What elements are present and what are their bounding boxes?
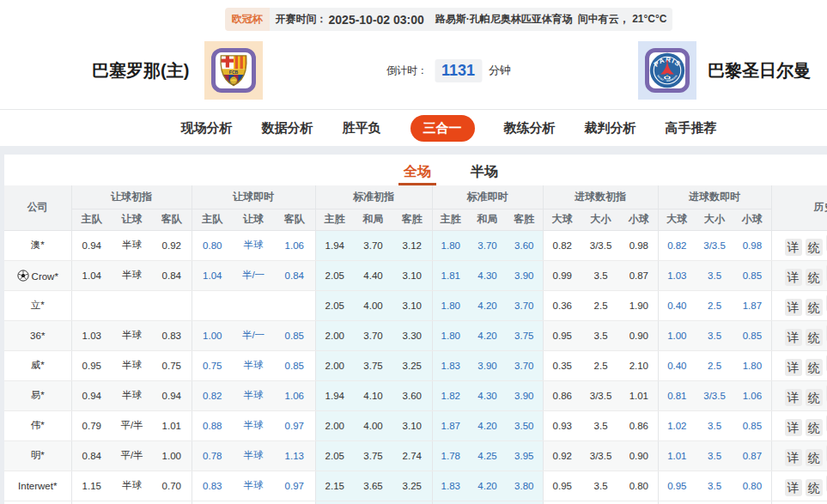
detail-button[interactable]: 详 — [785, 359, 802, 376]
odds-cell: 0.98 — [733, 230, 771, 260]
company-cell: Crow* — [4, 260, 71, 290]
company-name: Crow* — [32, 271, 58, 282]
odds-cell: 3.60 — [392, 380, 432, 410]
stats-button[interactable]: 统 — [806, 329, 823, 346]
odds-cell: 2.5 — [696, 290, 733, 320]
odds-cell: 3/3.5 — [581, 380, 620, 410]
nav-tab[interactable]: 数据分析 — [262, 120, 313, 137]
nav-tab[interactable]: 现场分析 — [181, 120, 233, 137]
odds-cell: 0.36 — [543, 290, 581, 320]
odds-cell: 0.95 — [71, 350, 112, 380]
col-header-company: 公司 — [4, 185, 71, 230]
detail-button[interactable]: 详 — [785, 239, 802, 256]
odds-cell: 3/3.5 — [696, 380, 733, 410]
odds-cell: 0.75 — [192, 350, 233, 380]
odds-cell: 2.05 — [315, 290, 354, 320]
company-name: 澳* — [31, 240, 45, 250]
odds-cell: 0.84 — [71, 440, 112, 471]
svg-text:FCB: FCB — [229, 70, 239, 75]
odds-cell: 0.80 — [733, 471, 771, 501]
odds-cell: 4.20 — [469, 320, 506, 350]
table-row-partial — [4, 501, 827, 504]
odds-cell: 3.30 — [392, 320, 432, 350]
sub-header: 主胜 — [432, 209, 469, 230]
group-header-europe-live: 标准即时 — [432, 185, 543, 209]
detail-button[interactable]: 详 — [785, 449, 802, 466]
odds-cell: 3.65 — [354, 471, 392, 501]
detail-button[interactable]: 详 — [785, 419, 802, 436]
sub-header: 大小 — [581, 209, 620, 230]
away-logo-frame: PARIS SAINT - GERMAIN — [645, 48, 690, 93]
odds-cell: 4.20 — [469, 410, 506, 440]
history-cell: 详统 — [771, 260, 827, 290]
history-cell: 详统 — [771, 230, 827, 260]
company-cell: 易* — [4, 380, 71, 410]
odds-cell: 4.30 — [469, 380, 506, 410]
venue: 路易斯·孔帕尼奥林匹亚体育场 — [435, 12, 573, 27]
nav-tab[interactable]: 高手推荐 — [666, 120, 717, 137]
odds-cell: 0.86 — [620, 410, 658, 440]
nav-tab[interactable]: 教练分析 — [504, 120, 556, 137]
stats-button[interactable]: 统 — [806, 479, 823, 496]
odds-cell: 0.92 — [152, 230, 192, 260]
nav-tab[interactable]: 三合一 — [410, 115, 475, 142]
odds-cell: 1.80 — [432, 290, 469, 320]
odds-cell: 1.01 — [658, 440, 696, 471]
odds-cell: 半球 — [112, 380, 152, 410]
history-cell: 详统 — [771, 471, 827, 501]
odds-cell: 3/3.5 — [581, 230, 620, 260]
odds-cell: 半球 — [233, 350, 274, 380]
nav-tab[interactable]: 裁判分析 — [585, 120, 636, 137]
odds-cell: 2.00 — [315, 410, 354, 440]
stats-button[interactable]: 统 — [806, 299, 823, 316]
detail-button[interactable]: 详 — [785, 389, 802, 406]
odds-cell: 0.94 — [152, 380, 192, 410]
stats-button[interactable]: 统 — [806, 389, 823, 406]
odds-cell — [152, 290, 192, 320]
odds-cell: 1.15 — [71, 471, 112, 501]
sub-header: 主胜 — [315, 209, 354, 230]
detail-button[interactable]: 详 — [785, 329, 802, 346]
stats-button[interactable]: 统 — [806, 269, 823, 286]
nav-tab[interactable]: 胜平负 — [343, 120, 381, 137]
odds-cell: 平/半 — [112, 410, 152, 440]
table-row: 明*0.84平/半1.000.78半球1.132.053.752.741.784… — [4, 440, 827, 471]
odds-cell: 平/半 — [112, 440, 152, 471]
sub-header: 大球 — [543, 209, 581, 230]
stats-button[interactable]: 统 — [806, 359, 823, 376]
odds-cell — [233, 290, 274, 320]
stats-button[interactable]: 统 — [806, 419, 823, 436]
odds-cell: 0.90 — [620, 440, 658, 471]
odds-cell: 0.87 — [733, 440, 771, 471]
odds-cell: 0.97 — [274, 471, 315, 501]
subtab[interactable]: 全场 — [398, 163, 436, 185]
stats-button[interactable]: 统 — [806, 239, 823, 256]
odds-cell: 3.70 — [506, 350, 543, 380]
odds-cell: 半球 — [112, 350, 152, 380]
odds-cell: 3/3.5 — [696, 230, 733, 260]
odds-cell: 1.03 — [658, 260, 696, 290]
odds-cell: 半/一 — [233, 320, 274, 350]
sub-header: 客胜 — [392, 209, 432, 230]
detail-button[interactable]: 详 — [785, 299, 802, 316]
odds-cell: 3.10 — [392, 290, 432, 320]
sub-header: 和局 — [469, 209, 506, 230]
home-team-logo: FCB — [204, 41, 263, 100]
odds-cell: 2.00 — [315, 320, 354, 350]
detail-button[interactable]: 详 — [785, 269, 802, 286]
odds-cell: 2.5 — [581, 350, 620, 380]
countdown-label: 倒计时： — [386, 64, 428, 78]
table-row: 威*0.95半球0.750.75半球0.852.003.753.251.833.… — [4, 350, 827, 380]
table-row: 伟*0.79平/半1.010.88半球0.972.004.003.101.874… — [4, 410, 827, 440]
history-cell: 详统 — [771, 410, 827, 440]
odds-cell: 3.5 — [696, 320, 733, 350]
detail-button[interactable]: 详 — [785, 479, 802, 496]
nav-tabs-inner: 现场分析数据分析胜平负三合一教练分析裁判分析高手推荐 — [0, 115, 827, 142]
stats-button[interactable]: 统 — [806, 449, 823, 466]
odds-cell: 0.83 — [192, 471, 233, 501]
subtab[interactable]: 半场 — [465, 163, 503, 185]
odds-cell: 3.10 — [392, 410, 432, 440]
odds-cell: 半球 — [233, 471, 274, 501]
odds-cell: 0.84 — [152, 260, 192, 290]
odds-cell: 0.35 — [543, 350, 581, 380]
